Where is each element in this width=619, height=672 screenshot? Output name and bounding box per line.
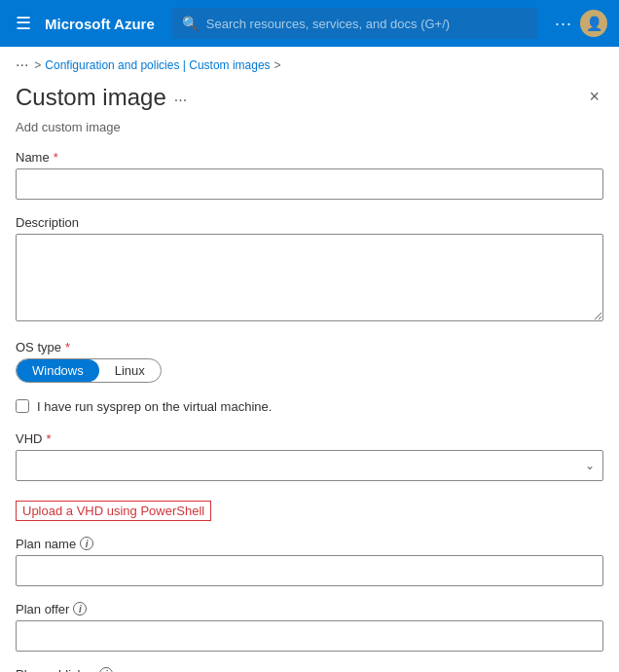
vhd-label: VHD *: [16, 431, 603, 446]
os-type-required-star: *: [65, 340, 70, 355]
breadcrumb: ··· > Configuration and policies | Custo…: [0, 47, 619, 80]
vhd-required-star: *: [46, 431, 51, 446]
sysprep-checkbox[interactable]: [16, 399, 29, 413]
plan-offer-input[interactable]: [16, 620, 603, 652]
os-type-group: OS type * Windows Linux: [16, 340, 603, 383]
os-type-selector: Windows Linux: [16, 358, 162, 383]
hamburger-icon[interactable]: ☰: [12, 9, 35, 38]
search-bar[interactable]: 🔍: [172, 8, 537, 39]
navbar-right: ··· 👤: [555, 10, 607, 37]
vhd-dropdown[interactable]: ⌄: [16, 450, 603, 481]
page-title: Custom image: [16, 84, 166, 112]
plan-publisher-label: Plan publisher i: [16, 667, 603, 672]
page-subtitle: Add custom image: [0, 120, 619, 150]
description-label-text: Description: [16, 215, 79, 230]
plan-publisher-group: Plan publisher i: [16, 667, 603, 672]
description-group: Description: [16, 215, 603, 324]
app-logo: Microsoft Azure: [45, 16, 155, 32]
vhd-label-text: VHD: [16, 431, 42, 446]
plan-name-label: Plan name i: [16, 537, 603, 551]
breadcrumb-sep2: >: [274, 58, 281, 72]
close-button[interactable]: ×: [585, 84, 603, 109]
breadcrumb-link[interactable]: Configuration and policies | Custom imag…: [45, 58, 270, 72]
main-content: ··· > Configuration and policies | Custo…: [0, 47, 619, 672]
os-type-label-text: OS type: [16, 340, 61, 355]
name-label: Name *: [16, 150, 603, 165]
search-icon: 🔍: [182, 16, 199, 31]
avatar-icon: 👤: [586, 16, 602, 31]
plan-name-input[interactable]: [16, 555, 603, 586]
chevron-down-icon: ⌄: [585, 459, 595, 472]
name-required-star: *: [54, 150, 58, 165]
plan-offer-label-text: Plan offer: [16, 602, 69, 616]
form-area: Name * Description OS type * Windows Lin…: [0, 150, 619, 672]
description-label: Description: [16, 215, 603, 230]
description-input[interactable]: [16, 234, 603, 321]
plan-publisher-label-text: Plan publisher: [16, 667, 95, 672]
plan-name-label-text: Plan name: [16, 537, 76, 551]
user-avatar[interactable]: 👤: [580, 10, 607, 37]
sysprep-group: I have run sysprep on the virtual machin…: [16, 398, 603, 416]
plan-offer-info-icon[interactable]: i: [73, 602, 87, 616]
breadcrumb-sep1: >: [34, 58, 41, 72]
page-header: Custom image ··· ×: [0, 80, 619, 120]
settings-dots[interactable]: ···: [555, 14, 572, 34]
plan-name-info-icon[interactable]: i: [80, 537, 93, 550]
page-header-left: Custom image ···: [16, 84, 187, 112]
plan-publisher-info-icon[interactable]: i: [99, 667, 113, 672]
plan-offer-group: Plan offer i: [16, 602, 603, 652]
os-linux-button[interactable]: Linux: [99, 359, 161, 382]
navbar: ☰ Microsoft Azure 🔍 ··· 👤: [0, 0, 619, 47]
page-options-icon[interactable]: ···: [174, 92, 187, 109]
upload-vhd-link[interactable]: Upload a VHD using PowerShell: [16, 501, 211, 521]
name-group: Name *: [16, 150, 603, 200]
plan-name-group: Plan name i: [16, 537, 603, 586]
os-type-label: OS type *: [16, 340, 603, 355]
breadcrumb-dots[interactable]: ···: [16, 56, 28, 74]
name-label-text: Name: [16, 150, 50, 165]
name-input[interactable]: [16, 168, 603, 200]
vhd-group: VHD * ⌄: [16, 431, 603, 481]
os-windows-button[interactable]: Windows: [17, 359, 99, 382]
sysprep-label: I have run sysprep on the virtual machin…: [37, 398, 272, 416]
plan-offer-label: Plan offer i: [16, 602, 603, 616]
search-input[interactable]: [206, 17, 528, 31]
